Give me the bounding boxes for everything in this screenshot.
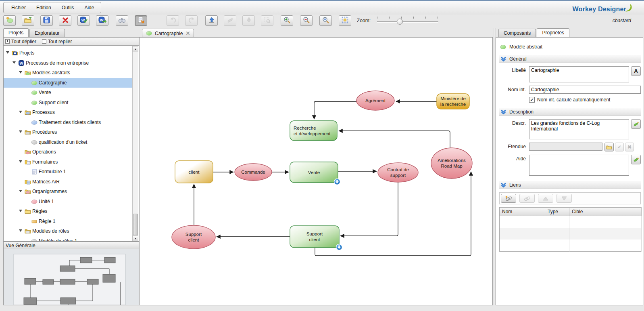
node-vente[interactable]: Vente bbox=[290, 162, 340, 185]
zoom-out-button[interactable] bbox=[300, 15, 313, 26]
liens-table[interactable]: Nom Type Cible bbox=[499, 207, 642, 252]
tree-toolbar: Tout déplier Tout replier bbox=[3, 37, 139, 46]
menu-outils[interactable]: Outils bbox=[56, 4, 79, 12]
expand-all-button[interactable]: Tout déplier bbox=[5, 39, 36, 44]
zoom-in-button[interactable] bbox=[281, 15, 293, 26]
node-support-client-flux[interactable]: Supportclient bbox=[172, 225, 215, 249]
tree-item-organigrammes[interactable]: Organigrammes bbox=[4, 187, 133, 196]
edge-ameliorations-to-recherche[interactable] bbox=[339, 131, 450, 148]
node-agrement[interactable]: Agrément bbox=[356, 91, 394, 110]
tab-cartographie[interactable]: Cartographie ✕ bbox=[142, 29, 194, 38]
expand-arrow-icon[interactable] bbox=[13, 61, 16, 64]
app-header: FichierEditionOutilsAide Workey Designer bbox=[0, 1, 644, 15]
tree-item-mod-les-abstraits[interactable]: Modèles abstraits bbox=[4, 68, 133, 78]
scroll-up-icon[interactable]: ▲ bbox=[133, 46, 138, 52]
descr-field[interactable] bbox=[529, 119, 629, 139]
subprocess-badge-icon[interactable] bbox=[336, 244, 342, 250]
zoom-slider-track[interactable] bbox=[377, 21, 438, 23]
move-up-level-button[interactable] bbox=[205, 15, 218, 26]
new-model-button[interactable] bbox=[3, 15, 16, 26]
export-model-icon: W bbox=[98, 17, 106, 25]
collapse-all-button[interactable]: Tout replier bbox=[42, 39, 72, 44]
expand-arrow-icon[interactable] bbox=[19, 71, 22, 74]
panel-splitter[interactable] bbox=[493, 28, 496, 305]
expand-arrow-icon[interactable] bbox=[19, 130, 22, 133]
tab-explorateur[interactable]: Explorateur bbox=[29, 29, 65, 38]
tree-item-r-gle-1[interactable]: Règle 1 bbox=[4, 216, 133, 226]
search-binoculars-button[interactable] bbox=[116, 15, 128, 26]
node-ministere[interactable]: Ministère dela recherche bbox=[437, 94, 469, 109]
section-general[interactable]: Général bbox=[499, 55, 641, 63]
expand-arrow-icon[interactable] bbox=[19, 190, 22, 192]
node-recherche[interactable]: Rechercheet développement bbox=[290, 121, 337, 141]
nom-int-field[interactable] bbox=[529, 86, 641, 94]
tree-item-traitement-des-tickets-clients[interactable]: Traitement des tickets clients bbox=[4, 118, 133, 127]
open-project-button[interactable] bbox=[22, 15, 34, 26]
section-liens[interactable]: Liens bbox=[499, 181, 641, 189]
add-link-button[interactable] bbox=[501, 194, 516, 203]
tree-item-processus-de-mon-entreprise[interactable]: WProcessus de mon entreprise bbox=[4, 58, 133, 68]
expand-arrow-icon[interactable] bbox=[6, 51, 9, 54]
expand-arrow-icon[interactable] bbox=[19, 210, 22, 212]
node-contrat[interactable]: Contrat desupport bbox=[378, 163, 418, 182]
save-button[interactable] bbox=[40, 15, 53, 26]
tree-item-matrices-a-r[interactable]: Matrices A/R bbox=[4, 177, 133, 187]
delete-button[interactable] bbox=[59, 15, 71, 26]
check-model-button[interactable]: W bbox=[77, 15, 90, 26]
diagram-canvas[interactable]: Ministère dela rechercheAgrémentRecherch… bbox=[139, 37, 493, 305]
zoom-slider-thumb[interactable] bbox=[397, 19, 403, 25]
node-client[interactable]: client bbox=[175, 161, 213, 183]
tree-item-cartographie[interactable]: Cartographie bbox=[4, 78, 133, 88]
edit-aide-button[interactable] bbox=[631, 155, 641, 164]
section-description[interactable]: Description bbox=[499, 108, 641, 116]
expand-arrow-icon[interactable] bbox=[19, 160, 22, 163]
zoom-slider[interactable] bbox=[377, 15, 438, 27]
tab-composants[interactable]: Composants bbox=[498, 29, 536, 38]
node-commande[interactable]: Commande bbox=[235, 164, 272, 181]
menu-aide[interactable]: Aide bbox=[79, 4, 99, 12]
subprocess-badge-icon[interactable] bbox=[334, 179, 340, 185]
edge-contrat-to-support-client-fn[interactable] bbox=[340, 182, 398, 236]
node-ameliorations[interactable]: AméliorationsRoad Map bbox=[431, 148, 472, 179]
tree-item-unit-1[interactable]: Unité 1 bbox=[4, 197, 133, 206]
expand-arrow-icon[interactable] bbox=[19, 111, 22, 113]
tree-item-qualification-d-un-ticket[interactable]: qualification d'un ticket bbox=[4, 137, 133, 147]
tree-item-support-client[interactable]: Support client bbox=[4, 98, 133, 107]
tree-item-formulaires[interactable]: Formulaires bbox=[4, 157, 133, 167]
edit-descr-button[interactable] bbox=[631, 119, 641, 129]
node-support-client-fn[interactable]: Supportclient bbox=[290, 226, 342, 250]
expand-arrow-icon[interactable] bbox=[19, 229, 22, 232]
font-button[interactable]: A bbox=[631, 66, 641, 76]
scroll-down-icon[interactable]: ▼ bbox=[133, 235, 138, 242]
tree-item-r-gles[interactable]: Règles bbox=[4, 206, 133, 216]
close-icon[interactable]: ✕ bbox=[185, 31, 190, 36]
auto-name-checkbox[interactable]: ✔ bbox=[529, 97, 535, 103]
tree-item-proc-dures[interactable]: Procédures bbox=[4, 127, 133, 137]
edge-agrement-to-recherche[interactable] bbox=[314, 101, 356, 119]
report-button[interactable] bbox=[135, 15, 147, 26]
tree-item-mod-les-de-r-les[interactable]: Modèles de rôles bbox=[4, 226, 133, 236]
zoom-fit-button[interactable] bbox=[339, 15, 351, 26]
tree-item-op-rations[interactable]: Opérations bbox=[4, 147, 133, 157]
libelle-field[interactable] bbox=[529, 66, 629, 82]
liens-col-type[interactable]: Type bbox=[545, 208, 569, 216]
tree-item-vente[interactable]: Vente bbox=[4, 88, 133, 97]
tree-scrollbar[interactable]: ▲ ▼ bbox=[132, 46, 138, 242]
menu-edition[interactable]: Edition bbox=[31, 4, 56, 12]
liens-col-cible[interactable]: Cible bbox=[569, 208, 642, 216]
browse-folder-button[interactable] bbox=[604, 143, 614, 151]
tab-projets[interactable]: Projets bbox=[3, 28, 29, 38]
tree-scrollbar-thumb[interactable] bbox=[133, 214, 138, 235]
tree-item-projets[interactable]: Projets bbox=[4, 48, 133, 58]
zoom-tick bbox=[413, 17, 414, 19]
tree-item-mod-le-de-r-les-1[interactable]: Modèle de rôles 1 bbox=[4, 236, 133, 242]
liens-col-nom[interactable]: Nom bbox=[500, 208, 545, 216]
aide-field[interactable] bbox=[529, 155, 629, 176]
overview-minimap[interactable] bbox=[3, 249, 139, 305]
menu-fichier[interactable]: Fichier bbox=[6, 4, 31, 12]
zoom-original-button[interactable] bbox=[319, 15, 332, 26]
tree-item-formulaire-1[interactable]: Formulaire 1 bbox=[4, 167, 133, 177]
export-model-button[interactable]: W bbox=[96, 15, 108, 26]
tab-proprits[interactable]: Propriétés bbox=[537, 28, 569, 38]
tree-item-processus[interactable]: Processus bbox=[4, 107, 133, 117]
